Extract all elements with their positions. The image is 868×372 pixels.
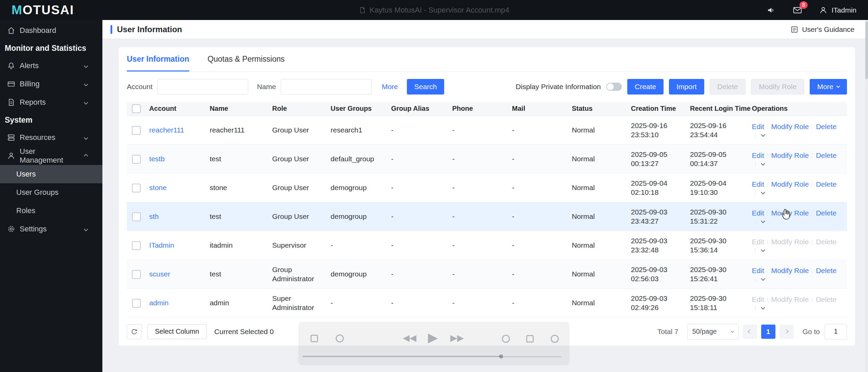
tab-user-information[interactable]: User Information [127,47,189,71]
sidebar-label: Reports [20,98,46,107]
refresh-button[interactable] [127,324,142,339]
search-button[interactable]: Search [407,79,445,95]
sidebar-item-settings[interactable]: Settings [0,220,102,238]
goto-page-input[interactable] [825,324,847,339]
more-operations-icon[interactable] [761,219,766,223]
sidebar-item-alerts[interactable]: Alerts [0,57,102,75]
account-link[interactable]: scuser [149,270,170,278]
speaker-icon[interactable] [766,5,776,16]
delete-link[interactable]: Delete [816,267,836,274]
chevron-up-icon [84,154,88,158]
topbar-right: 8 ITadmin [766,5,856,16]
delete-link[interactable]: Delete [816,151,836,159]
mail-icon[interactable]: 8 [792,5,803,16]
display-private-toggle[interactable] [606,83,622,91]
edit-link[interactable]: Edit [752,267,764,274]
resources-icon [7,133,16,142]
more-operations-icon[interactable] [761,132,766,137]
status-cell: Normal [568,288,627,317]
users-guidance-link[interactable]: User's Guidance [790,25,854,34]
operations-cell: EditModify RoleDelete [748,116,847,144]
row-checkbox[interactable] [132,212,141,221]
edit-link[interactable]: Edit [752,151,764,159]
billing-icon [7,80,16,88]
account-link[interactable]: testb [149,155,165,163]
sidebar-item-dashboard[interactable]: Dashboard [0,21,102,40]
sidebar-label: Resources [20,133,55,142]
more-operations-icon[interactable] [761,161,766,166]
column-header-group-alias: Group Alias [388,102,449,116]
delete-link[interactable]: Delete [816,180,836,188]
modify-role-button[interactable]: Modify Role [751,79,804,95]
next-page-button[interactable] [780,325,794,339]
sidebar-item-user-groups[interactable]: User Groups [0,183,102,202]
page-size-select[interactable]: 50/page [687,324,739,339]
logo[interactable]: MOTUSAI [12,3,74,17]
account-input[interactable] [157,79,248,95]
select-all-checkbox[interactable] [132,104,141,113]
row-checkbox[interactable] [132,299,141,308]
role-cell: Group User [269,116,327,144]
status-cell: Normal [568,260,627,288]
page-button-1[interactable]: 1 [761,325,775,339]
table-row[interactable]: stone stone Group User demogroup - - - N… [127,173,847,202]
edit-link[interactable]: Edit [752,123,764,130]
import-button[interactable]: Import [669,79,704,95]
modify-role-link[interactable]: Modify Role [771,151,809,159]
modify-role-link[interactable]: Modify Role [771,180,809,188]
modify-role-link[interactable]: Modify Role [771,123,809,130]
video-title-overlay: Kaytus MotusAI - Supervisor Account.mp4 [359,6,509,15]
account-link[interactable]: sth [149,212,159,220]
sidebar-item-resources[interactable]: Resources [0,128,102,147]
user-menu[interactable]: ITadmin [818,5,856,15]
account-link[interactable]: admin [149,299,169,307]
scrollbar-thumb[interactable] [865,21,868,79]
row-checkbox[interactable] [132,155,141,164]
alerts-icon [7,61,16,70]
sidebar-item-billing[interactable]: Billing [0,75,102,93]
edit-link[interactable]: Edit [752,209,764,217]
phone-cell: - [449,116,509,144]
scrollbar[interactable] [865,20,868,372]
delete-link: Delete [816,295,836,303]
more-actions-button[interactable]: More [810,79,847,95]
more-operations-icon[interactable] [761,190,766,194]
table-row[interactable]: admin admin Super Administrator - - - - … [127,288,847,317]
row-checkbox[interactable] [132,184,141,192]
row-checkbox[interactable] [132,126,141,135]
mail-cell: - [509,116,568,144]
more-operations-icon[interactable] [761,248,766,252]
account-link[interactable]: stone [149,184,166,191]
sidebar-label: User Groups [16,188,59,197]
delete-link[interactable]: Delete [816,123,836,130]
account-link[interactable]: reacher111 [149,126,184,134]
row-checkbox[interactable] [132,241,141,250]
prev-page-button[interactable] [743,325,757,339]
more-filters-link[interactable]: More [382,83,398,91]
sidebar-item-roles[interactable]: Roles [0,202,102,220]
create-button[interactable]: Create [627,79,664,95]
sidebar-item-user-management[interactable]: User Management [0,147,102,165]
sidebar-item-users[interactable]: Users [0,165,102,183]
more-operations-icon[interactable] [761,276,766,281]
table-row[interactable]: ITadmin itadmin Supervisor - - - - Norma… [127,231,847,260]
row-checkbox[interactable] [132,270,141,279]
table-row[interactable]: sth test Group User demogroup - - - Norm… [127,202,847,231]
select-column-button[interactable]: Select Column [147,324,207,339]
alias-cell: - [388,173,449,202]
account-link[interactable]: ITadmin [149,241,174,249]
table-row[interactable]: reacher111 reacher111 Group User researc… [127,116,847,144]
table-row[interactable]: scuser test Group Administrator demogrou… [127,260,847,288]
alias-cell: - [388,260,449,288]
edit-link[interactable]: Edit [752,180,764,188]
table-row[interactable]: testb test Group User default_group - - … [127,144,847,173]
creation-time-cell: 2025-09-1623:53:10 [628,116,687,144]
tab-quotas-permissions[interactable]: Quotas & Permissions [208,47,285,71]
sidebar-label: Settings [20,225,47,233]
sidebar-item-reports[interactable]: Reports [0,93,102,111]
modify-role-link[interactable]: Modify Role [771,267,809,274]
name-input[interactable] [281,79,372,95]
more-operations-icon[interactable] [761,305,766,310]
delete-link[interactable]: Delete [816,209,836,217]
delete-button[interactable]: Delete [710,79,746,95]
